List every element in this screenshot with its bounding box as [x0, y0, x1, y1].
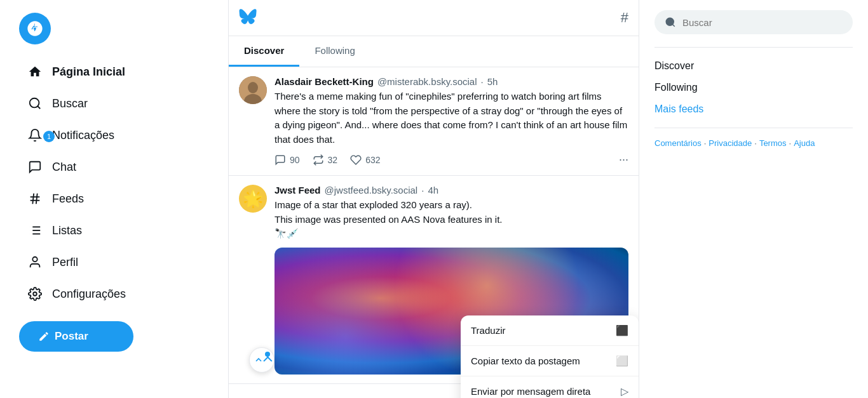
post-button-label: Postar: [55, 330, 88, 343]
repost-count: 32: [328, 155, 338, 165]
person-icon: [27, 254, 43, 270]
svg-point-1: [30, 98, 39, 108]
svg-point-16: [248, 82, 258, 93]
search-icon: [665, 17, 676, 28]
hashtag-button[interactable]: #: [621, 10, 628, 26]
sidebar-item-profile[interactable]: Perfil: [19, 248, 209, 277]
chat-icon: [27, 159, 43, 175]
footer-links: Comentários · Privacidade · Termos · Aju…: [654, 138, 853, 148]
gear-icon: [27, 286, 43, 302]
post-actions: 90 32 632 ···: [275, 153, 628, 166]
sidebar-item-feeds[interactable]: Feeds: [19, 184, 209, 213]
post-handle: @misterabk.bsky.social: [377, 76, 477, 87]
sidebar-label: Notificações: [52, 129, 114, 142]
post-time: 5h: [487, 76, 498, 87]
translate-icon: ⬛: [616, 324, 628, 336]
right-nav-following[interactable]: Following: [654, 77, 853, 98]
main-feed: # Discover Following Alasdair Beckett-Ki…: [229, 0, 639, 398]
footer-ajuda[interactable]: Ajuda: [794, 138, 815, 148]
sidebar-item-lists[interactable]: Listas: [19, 216, 209, 245]
search-icon: [27, 95, 43, 112]
context-send-dm[interactable]: Enviar por mensagem direta ▷: [461, 376, 639, 398]
post-avatar: [239, 76, 267, 104]
more-button[interactable]: ···: [619, 153, 628, 166]
post-text: There's a meme making fun of "cinephiles…: [275, 90, 628, 147]
context-translate[interactable]: Traduzir ⬛: [461, 315, 639, 346]
post-avatar: 🌟: [239, 185, 267, 213]
send-icon: ▷: [621, 385, 628, 397]
sidebar-item-chat[interactable]: Chat: [19, 152, 209, 182]
context-label: Traduzir: [471, 325, 505, 336]
sidebar-item-search[interactable]: Buscar: [19, 89, 209, 118]
footer-sep3: ·: [789, 138, 792, 148]
reply-icon: [275, 154, 286, 166]
feed-header: #: [229, 0, 639, 36]
tab-following[interactable]: Following: [299, 36, 370, 67]
post-author: Jwst Feed: [275, 185, 321, 196]
sidebar-label: Configurações: [52, 288, 126, 301]
divider: [654, 128, 853, 128]
right-sidebar: Discover Following Mais feeds Comentário…: [639, 0, 868, 398]
post-author: Alasdair Beckett-King: [275, 76, 374, 87]
scroll-up-button[interactable]: [249, 347, 275, 373]
unread-indicator: [265, 352, 270, 357]
post-handle: @jwstfeed.bsky.social: [325, 185, 418, 196]
post-button[interactable]: Postar: [19, 321, 133, 352]
reply-count: 90: [290, 155, 300, 165]
footer-sep2: ·: [754, 138, 757, 148]
edit-icon: [38, 331, 50, 342]
copy-icon: ⬜: [616, 355, 628, 367]
chevron-up-icon: [254, 355, 264, 365]
right-nav-discover[interactable]: Discover: [654, 55, 853, 77]
svg-point-18: [666, 18, 674, 25]
repost-action[interactable]: 32: [313, 154, 338, 166]
right-nav-mais-feeds[interactable]: Mais feeds: [654, 98, 853, 120]
sidebar-label: Página Inicial: [52, 65, 125, 79]
like-count: 632: [365, 155, 380, 165]
avatar[interactable]: @: [19, 13, 51, 44]
like-action[interactable]: 632: [350, 154, 380, 166]
sidebar-item-notifications[interactable]: 1 Notificações: [19, 121, 209, 150]
sidebar-label: Buscar: [52, 97, 88, 110]
repost-icon: [313, 154, 324, 166]
sidebar-label: Listas: [52, 224, 82, 237]
footer-comentarios[interactable]: Comentários: [654, 138, 702, 148]
sidebar-item-home[interactable]: Página Inicial: [19, 57, 209, 86]
sidebar-label: Perfil: [52, 256, 78, 269]
reply-action[interactable]: 90: [275, 154, 300, 166]
tab-discover[interactable]: Discover: [229, 36, 299, 67]
post-emojis: 🔭💉: [275, 228, 299, 239]
post-separator: ·: [481, 76, 484, 87]
search-container: [654, 10, 853, 34]
sidebar-label: Feeds: [52, 192, 84, 206]
post-time: 4h: [428, 185, 438, 196]
footer-termos[interactable]: Termos: [759, 138, 787, 148]
divider: [654, 47, 853, 48]
list-icon: [27, 222, 43, 239]
hash-icon: [27, 190, 43, 207]
svg-line-19: [672, 24, 674, 26]
footer-sep1: ·: [704, 138, 707, 148]
svg-line-2: [37, 106, 40, 109]
post-text: Image of a star that exploded 320 years …: [275, 198, 628, 241]
svg-line-5: [32, 194, 34, 204]
home-icon: [27, 63, 43, 80]
post-item: 🌟 Jwst Feed @jwstfeed.bsky.social · 4h I…: [229, 176, 639, 384]
notification-count: 1: [43, 131, 55, 142]
svg-text:@: @: [30, 23, 40, 34]
context-label: Enviar por mensagem direta: [471, 386, 590, 397]
footer-privacidade[interactable]: Privacidade: [709, 138, 752, 148]
at-icon: @: [26, 20, 44, 37]
like-icon: [350, 154, 362, 166]
post-header: Jwst Feed @jwstfeed.bsky.social · 4h: [275, 185, 628, 196]
post-item: Alasdair Beckett-King @misterabk.bsky.so…: [229, 67, 639, 176]
sidebar-item-settings[interactable]: Configurações: [19, 279, 209, 308]
search-input[interactable]: [682, 17, 843, 28]
svg-point-13: [32, 257, 37, 262]
sidebar-label: Chat: [52, 161, 76, 174]
left-sidebar: @ Página Inicial Buscar 1 Notificações C…: [0, 0, 229, 398]
post-body: Alasdair Beckett-King @misterabk.bsky.so…: [275, 76, 628, 166]
context-copy-text[interactable]: Copiar texto da postagem ⬜: [461, 346, 639, 376]
post-header: Alasdair Beckett-King @misterabk.bsky.so…: [275, 76, 628, 87]
bell-icon: 1: [27, 127, 43, 143]
